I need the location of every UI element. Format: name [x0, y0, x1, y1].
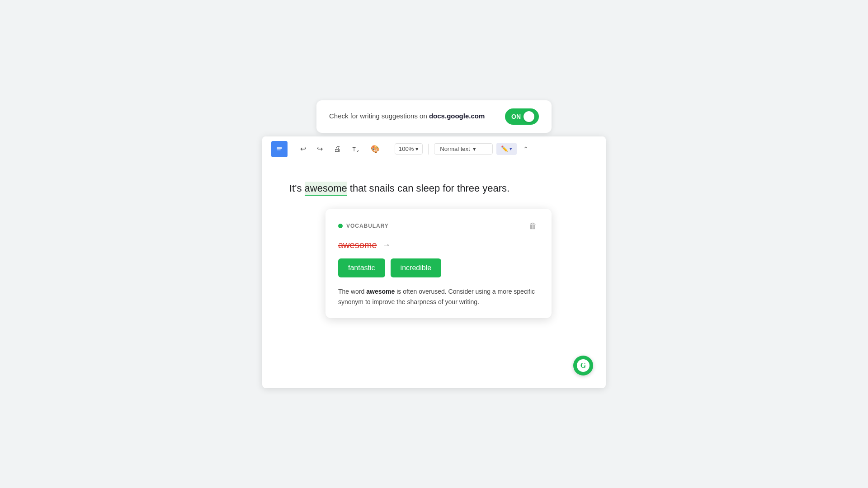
- text-style-dropdown-icon: ▾: [473, 145, 476, 152]
- highlighted-word: awesome: [305, 182, 347, 196]
- grammarly-banner: Check for writing suggestions on docs.go…: [316, 100, 552, 133]
- banner-text: Check for writing suggestions on docs.go…: [329, 111, 485, 122]
- svg-rect-1: [277, 147, 282, 147]
- grammarly-fab-inner: G: [577, 359, 590, 372]
- suggestion-header: VOCABULARY 🗑: [338, 220, 539, 233]
- redo-button[interactable]: ↪: [313, 142, 326, 156]
- arrow-icon: →: [382, 240, 391, 250]
- sentence-before: It's: [289, 183, 305, 194]
- undo-button[interactable]: ↩: [297, 142, 310, 156]
- svg-rect-3: [277, 149, 281, 150]
- text-style-selector[interactable]: Normal text ▾: [434, 143, 493, 155]
- pencil-dropdown-icon: ▾: [509, 146, 512, 152]
- zoom-dropdown-icon: ▾: [415, 145, 419, 152]
- print-button[interactable]: 🖨: [330, 142, 344, 156]
- docs-card: ↩ ↪ 🖨 T 🎨 100% ▾ Norma: [262, 136, 606, 388]
- toolbar: ↩ ↪ 🖨 T 🎨 100% ▾ Norma: [262, 136, 606, 162]
- suggestion-btn-fantastic[interactable]: fantastic: [338, 258, 385, 277]
- toggle-label: ON: [511, 113, 521, 120]
- toolbar-divider-1: [389, 144, 389, 155]
- grammarly-g-icon: G: [580, 361, 586, 370]
- dismiss-suggestion-button[interactable]: 🗑: [527, 220, 539, 233]
- docs-logo-icon: [271, 141, 288, 157]
- suggestion-card: VOCABULARY 🗑 awesome → fantastic incredi…: [326, 209, 552, 318]
- toolbar-divider-2: [428, 144, 429, 155]
- svg-rect-2: [277, 148, 282, 149]
- zoom-selector[interactable]: 100% ▾: [395, 143, 423, 155]
- writing-suggestions-toggle[interactable]: ON: [505, 108, 539, 125]
- vocab-dot: [338, 224, 343, 228]
- pencil-icon: ✏️: [501, 145, 509, 152]
- trash-icon: 🗑: [529, 221, 537, 230]
- text-style-value: Normal text: [440, 145, 470, 152]
- banner-text-before: Check for writing suggestions on: [329, 112, 429, 120]
- toggle-circle: [524, 111, 534, 122]
- spellcheck-button[interactable]: T: [348, 142, 363, 156]
- zoom-value: 100%: [399, 145, 414, 152]
- vocab-label: VOCABULARY: [346, 223, 389, 229]
- svg-rect-0: [274, 144, 284, 154]
- suggestion-btn-incredible[interactable]: incredible: [391, 258, 441, 277]
- banner-domain: docs.google.com: [429, 112, 485, 120]
- sentence-after: that snails can sleep for three years.: [347, 183, 510, 194]
- document-sentence: It's awesome that snails can sleep for t…: [289, 180, 579, 196]
- collapse-button[interactable]: ⌃: [520, 143, 531, 155]
- suggestion-buttons-row: fantastic incredible: [338, 258, 539, 277]
- svg-text:T: T: [353, 146, 356, 152]
- explanation-bold: awesome: [366, 288, 395, 295]
- explanation-before: The word: [338, 288, 366, 295]
- grammarly-fab[interactable]: G: [573, 356, 593, 375]
- explanation-text: The word awesome is often overused. Cons…: [338, 286, 539, 307]
- edit-mode-button[interactable]: ✏️ ▾: [496, 143, 517, 155]
- word-replacement-row: awesome →: [338, 240, 539, 250]
- vocab-badge: VOCABULARY: [338, 223, 389, 229]
- document-body: It's awesome that snails can sleep for t…: [262, 162, 606, 388]
- paint-format-button[interactable]: 🎨: [367, 142, 383, 156]
- original-word: awesome: [338, 240, 377, 250]
